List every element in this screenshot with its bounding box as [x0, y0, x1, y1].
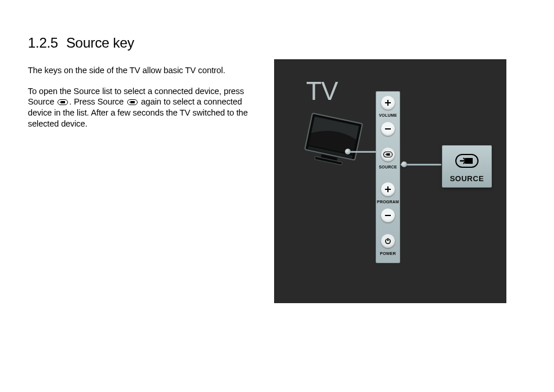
connector-line	[348, 151, 377, 153]
connector-dot	[345, 149, 351, 154]
instruction-paragraph: To open the Source list to select a conn…	[28, 86, 260, 129]
program-label: PROGRAM	[377, 200, 399, 204]
volume-label: VOLUME	[379, 113, 397, 117]
program-up-button[interactable]	[381, 182, 395, 196]
source-callout: SOURCE	[442, 145, 492, 188]
figure-column: TV	[274, 59, 506, 303]
tv-label: TV	[306, 77, 337, 106]
program-down-button[interactable]	[381, 208, 395, 222]
text-column: 1.2.5Source key The keys on the side of …	[28, 35, 260, 303]
section-heading: 1.2.5Source key	[28, 35, 260, 51]
intro-paragraph: The keys on the side of the TV allow bas…	[28, 65, 260, 75]
manual-page: 1.2.5Source key The keys on the side of …	[0, 0, 554, 326]
power-button[interactable]	[381, 234, 395, 248]
connector-dot	[401, 161, 407, 167]
source-icon	[127, 97, 138, 107]
source-label: SOURCE	[379, 165, 397, 169]
power-label: POWER	[380, 251, 395, 256]
section-number: 1.2.5	[28, 35, 58, 51]
source-icon	[454, 152, 480, 170]
source-icon	[57, 97, 68, 107]
side-button-strip: VOLUME SOURCE PROGRAM	[376, 91, 400, 263]
volume-up-button[interactable]	[381, 96, 395, 110]
section-title: Source key	[66, 35, 134, 51]
tv-illustration-icon	[297, 112, 364, 178]
volume-down-button[interactable]	[381, 122, 395, 136]
source-button[interactable]	[381, 148, 395, 161]
tv-controls-figure: TV	[274, 59, 506, 303]
source-callout-label: SOURCE	[450, 174, 484, 183]
